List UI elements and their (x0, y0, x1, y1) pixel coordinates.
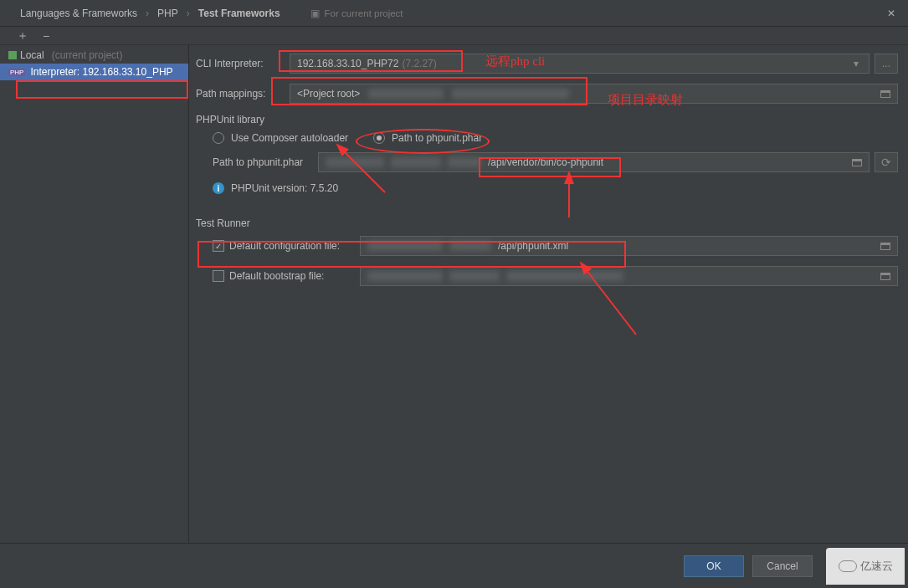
cloud-icon (839, 560, 857, 572)
path-mappings-value: <Project root> (297, 88, 360, 100)
path-mappings-field[interactable]: <Project root> (290, 84, 898, 104)
obscured-text (506, 271, 623, 281)
add-button[interactable]: ＋ (17, 28, 28, 43)
phpunit-version-label: PHPUnit version: 7.5.20 (231, 182, 338, 194)
path-to-phar-label: Path to phpunit.phar (213, 156, 313, 168)
phpunit-library-section: PHPUnit library (196, 114, 898, 125)
radio-path-to-phar[interactable]: Path to phpunit.phar (373, 132, 482, 144)
sidebar-local-sub: (current project) (52, 49, 123, 61)
radio-phar-label: Path to phpunit.phar (392, 132, 482, 144)
cancel-button[interactable]: Cancel (752, 555, 813, 577)
cancel-label: Cancel (767, 560, 798, 572)
chevron-down-icon: ▾ (850, 58, 862, 69)
obscured-text (448, 157, 481, 167)
crumb-level1[interactable]: Languages & Frameworks (20, 8, 137, 19)
default-config-label: Default configuration file: (229, 240, 355, 252)
obscured-text (449, 271, 500, 281)
dialog-footer: OK Cancel (0, 543, 908, 588)
chevron-right-icon: › (146, 8, 149, 19)
folder-icon (852, 159, 862, 166)
sidebar-local-label: Local (20, 49, 44, 61)
obscured-text (449, 241, 491, 251)
default-config-checkbox[interactable] (213, 240, 224, 252)
watermark-text: 亿速云 (860, 559, 893, 574)
radio-selected-icon (373, 132, 385, 144)
cli-interpreter-dropdown[interactable]: 192.168.33.10_PHP72 (7.2.27) ▾ (290, 54, 870, 74)
test-runner-section: Test Runner (196, 217, 898, 229)
ok-button[interactable]: OK (684, 555, 744, 577)
obscured-text (391, 157, 441, 167)
project-scope-label: ▣ For current project (310, 8, 403, 19)
obscured-text (367, 271, 443, 281)
refresh-button[interactable] (875, 152, 898, 172)
local-icon (8, 51, 17, 59)
frameworks-sidebar: Local (current project) PHP Interpreter:… (0, 45, 189, 543)
sidebar-toolbar: ＋ − (0, 27, 908, 45)
obscured-text (368, 89, 444, 99)
php-icon: PHP (8, 69, 25, 76)
folder-icon (880, 90, 890, 98)
obscured-text (367, 241, 443, 251)
default-config-field[interactable]: /api/phpunit.xml (360, 236, 898, 256)
default-config-value: /api/phpunit.xml (498, 240, 568, 252)
path-mappings-label: Path mappings: (196, 88, 285, 100)
sidebar-interpreter-label: Interpreter: 192.168.33.10_PHP (30, 66, 172, 78)
radio-composer-label: Use Composer autoloader (231, 132, 348, 144)
cli-interpreter-value: 192.168.33.10_PHP72 (297, 58, 398, 69)
breadcrumb: Languages & Frameworks › PHP › Test Fram… (20, 8, 280, 19)
project-scope-text: For current project (325, 8, 403, 18)
default-bootstrap-field[interactable] (360, 266, 898, 286)
radio-icon (213, 132, 224, 144)
crumb-level2[interactable]: PHP (157, 8, 178, 19)
folder-icon (880, 243, 890, 250)
project-scope-icon: ▣ (310, 8, 320, 19)
info-icon: i (213, 182, 224, 194)
crumb-level3: Test Frameworks (198, 8, 280, 19)
cli-interpreter-label: CLI Interpreter: (196, 58, 285, 69)
radio-use-composer[interactable]: Use Composer autoloader (213, 132, 348, 144)
watermark: 亿速云 (826, 548, 905, 585)
obscured-text (326, 157, 384, 167)
folder-icon (880, 273, 890, 280)
close-button[interactable]: ✕ (881, 3, 901, 23)
path-to-phar-value: /api/vendor/bin/co-phpunit (488, 156, 603, 168)
ellipsis-icon: ... (882, 58, 890, 69)
default-bootstrap-checkbox[interactable] (213, 270, 224, 282)
remove-button[interactable]: − (40, 29, 52, 43)
settings-header: Languages & Frameworks › PHP › Test Fram… (0, 0, 908, 27)
cli-interpreter-version: (7.2.27) (402, 58, 436, 69)
sidebar-item-interpreter[interactable]: PHP Interpreter: 192.168.33.10_PHP (0, 64, 188, 80)
cli-interpreter-more-button[interactable]: ... (875, 54, 898, 74)
obscured-text (452, 89, 569, 99)
chevron-right-icon: › (187, 8, 190, 19)
default-bootstrap-label: Default bootstrap file: (229, 270, 355, 282)
path-to-phar-field[interactable]: /api/vendor/bin/co-phpunit (318, 152, 870, 172)
sidebar-item-local[interactable]: Local (current project) (0, 47, 188, 64)
ok-label: OK (706, 560, 721, 572)
